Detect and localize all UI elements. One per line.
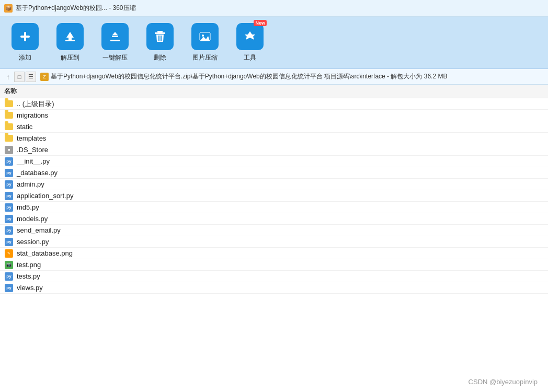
extract-button[interactable]: 解压到	[55, 23, 85, 62]
svg-marker-6	[112, 32, 118, 35]
svg-rect-4	[112, 36, 118, 37]
file-name: md5.py	[17, 203, 39, 211]
one-click-label: 一键解压	[102, 53, 128, 62]
list-item[interactable]: migrations	[0, 110, 548, 121]
list-view-button[interactable]: ☰	[26, 72, 36, 82]
list-item[interactable]: ■.DS_Store	[0, 144, 548, 156]
back-arrow[interactable]: ↑	[4, 72, 12, 82]
svg-point-12	[202, 34, 204, 37]
py-file-icon: py	[4, 203, 14, 212]
list-item[interactable]: pymodels.py	[0, 213, 548, 225]
list-item[interactable]: py__init__.py	[0, 156, 548, 167]
file-name: send_email.py	[17, 226, 61, 234]
list-item[interactable]: pyapplication_sort.py	[0, 190, 548, 202]
list-item[interactable]: pyadmin.py	[0, 179, 548, 190]
py-file-icon: py	[4, 226, 14, 235]
view-toggle: □ ☰	[14, 72, 36, 82]
folder-icon	[4, 111, 14, 120]
file-name: application_sort.py	[17, 192, 73, 200]
list-item[interactable]: static	[0, 121, 548, 133]
path-text: 基于Python+djangoWeb的校园信息化统计平台.zip\基于Pytho…	[51, 72, 447, 81]
watermark: CSDN @biyezuopinvip	[469, 378, 538, 386]
file-name: models.py	[17, 215, 48, 223]
svg-rect-1	[20, 36, 30, 38]
file-name: session.py	[17, 238, 49, 246]
file-name: templates	[17, 134, 46, 142]
list-item[interactable]: pyviews.py	[0, 282, 548, 294]
svg-marker-3	[66, 32, 74, 40]
file-name: test.png	[17, 261, 41, 269]
svg-rect-8	[155, 32, 165, 34]
folder-icon	[4, 134, 14, 143]
list-item[interactable]: .. (上级目录)	[0, 98, 548, 110]
window-title: 基于Python+djangoWeb的校园... - 360压缩	[16, 4, 544, 13]
tools-label: 工具	[244, 53, 256, 62]
parent-icon	[4, 99, 14, 109]
list-item[interactable]: pysend_email.py	[0, 225, 548, 236]
image-compress-label: 图片压缩	[192, 53, 218, 62]
py-file-icon: py	[4, 283, 14, 293]
py-file-icon: py	[4, 272, 14, 281]
extract-label: 解压到	[61, 53, 79, 62]
image-compress-icon	[191, 23, 219, 50]
py-file-icon: py	[4, 214, 14, 224]
py-file-icon: py	[4, 191, 14, 201]
file-name: __init__.py	[17, 157, 50, 165]
img-file-icon: 📷	[4, 260, 14, 270]
file-name: static	[17, 123, 32, 131]
tools-icon: New	[236, 23, 264, 50]
extract-icon	[56, 23, 84, 50]
list-item[interactable]: templates	[0, 133, 548, 144]
file-list: 名称 .. (上级目录)migrationsstatictemplates■.D…	[0, 85, 548, 392]
file-name: stat_database.png	[17, 249, 73, 257]
add-icon	[12, 23, 39, 50]
add-button[interactable]: 添加	[10, 23, 40, 62]
zip-icon: Z	[40, 73, 49, 81]
svg-rect-5	[110, 40, 120, 41]
py-file-icon: py	[4, 237, 14, 247]
file-name: .. (上级目录)	[17, 99, 54, 109]
list-item[interactable]: 📷test.png	[0, 259, 548, 271]
add-label: 添加	[19, 53, 31, 62]
svg-rect-2	[65, 40, 75, 41]
title-bar: 📦 基于Python+djangoWeb的校园... - 360压缩	[0, 0, 548, 17]
delete-label: 删除	[154, 53, 166, 62]
file-name: .DS_Store	[17, 146, 48, 154]
tools-button[interactable]: New 工具	[235, 23, 265, 62]
list-item[interactable]: ✎stat_database.png	[0, 248, 548, 259]
file-name: views.py	[17, 284, 43, 292]
file-name: admin.py	[17, 180, 44, 188]
svg-rect-7	[157, 31, 163, 32]
file-name: migrations	[17, 111, 48, 119]
chart-file-icon: ✎	[4, 249, 14, 258]
column-header: 名称	[0, 85, 548, 98]
list-item[interactable]: pysession.py	[0, 236, 548, 248]
address-bar: ↑ □ ☰ Z 基于Python+djangoWeb的校园信息化统计平台.zip…	[0, 69, 548, 85]
toolbar: 添加 解压到 一键解压	[0, 17, 548, 69]
folder-icon	[4, 122, 14, 132]
one-click-extract-button[interactable]: 一键解压	[100, 23, 130, 62]
list-item[interactable]: pytests.py	[0, 271, 548, 282]
one-click-icon	[101, 23, 129, 50]
py-file-icon: py	[4, 157, 14, 166]
list-item[interactable]: pymd5.py	[0, 202, 548, 213]
new-badge: New	[254, 20, 267, 26]
file-name: tests.py	[17, 272, 40, 280]
file-name: _database.py	[17, 169, 58, 177]
image-compress-button[interactable]: 图片压缩	[190, 23, 220, 62]
py-file-icon: py	[4, 168, 14, 178]
content-area: 名称 .. (上级目录)migrationsstatictemplates■.D…	[0, 85, 548, 392]
list-item[interactable]: py_database.py	[0, 167, 548, 179]
file-rows-container: .. (上级目录)migrationsstatictemplates■.DS_S…	[0, 98, 548, 294]
thumbnail-view-button[interactable]: □	[14, 72, 25, 82]
app-icon: 📦	[4, 4, 13, 13]
delete-button[interactable]: 删除	[145, 23, 175, 62]
ds-file-icon: ■	[4, 145, 14, 155]
delete-icon	[146, 23, 174, 50]
py-file-icon: py	[4, 180, 14, 189]
svg-marker-13	[200, 36, 210, 41]
path-display: Z 基于Python+djangoWeb的校园信息化统计平台.zip\基于Pyt…	[40, 72, 544, 81]
